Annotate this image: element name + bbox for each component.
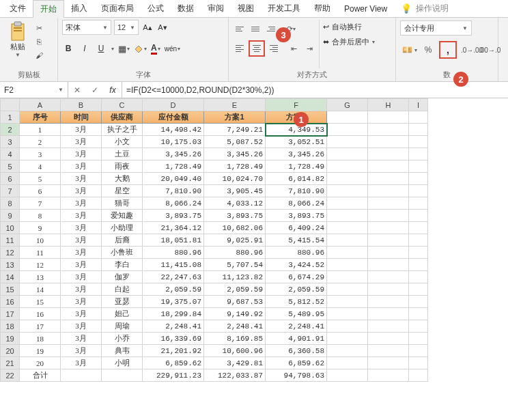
cell[interactable]: 5 — [20, 173, 61, 185]
cell[interactable]: 周瑜 — [102, 320, 143, 333]
row-header-11[interactable]: 11 — [1, 234, 20, 247]
cell[interactable]: 6,859.62 — [266, 357, 327, 369]
font-size-combo[interactable]: 12▼ — [114, 20, 139, 35]
increase-font-button[interactable]: A▴ — [141, 23, 154, 32]
fill-color-button[interactable]: ▾ — [134, 44, 147, 53]
row-header-15[interactable]: 15 — [1, 283, 20, 296]
cell[interactable]: 1,728.49 — [204, 160, 266, 173]
cell[interactable]: 3,905.45 — [204, 185, 266, 197]
tab-home[interactable]: 开始 — [33, 0, 64, 18]
tab-formulas[interactable]: 公式 — [141, 0, 171, 17]
format-painter-button[interactable]: 🖌 — [33, 50, 44, 61]
cell[interactable]: 3月 — [61, 210, 102, 222]
cell[interactable]: 16,339.69 — [143, 333, 204, 345]
cell[interactable]: 16 — [20, 308, 61, 320]
row-header-12[interactable]: 12 — [1, 247, 20, 259]
tab-view[interactable]: 视图 — [231, 0, 261, 17]
increase-decimal-button[interactable]: .0→.00 — [461, 46, 475, 54]
cell[interactable]: 880.96 — [266, 247, 327, 259]
cell[interactable]: 星空 — [102, 185, 143, 197]
cell[interactable]: 5,489.95 — [266, 308, 327, 320]
cell[interactable]: 猫哥 — [102, 197, 143, 210]
cell[interactable]: 6 — [20, 185, 61, 197]
cell[interactable]: 10,175.03 — [143, 136, 204, 148]
cell[interactable]: 2,248.41 — [266, 320, 327, 333]
col-header-I[interactable]: I — [409, 99, 428, 111]
cell[interactable]: 7,249.21 — [204, 124, 266, 136]
cell[interactable]: 122,033.87 — [204, 369, 266, 382]
cell[interactable]: 李白 — [102, 259, 143, 271]
underline-button[interactable]: U — [95, 42, 107, 55]
cell[interactable]: 4,033.12 — [204, 197, 266, 210]
cell[interactable]: 4,901.91 — [266, 333, 327, 345]
cell[interactable]: 3月 — [61, 320, 102, 333]
cell[interactable]: 大鹅 — [102, 173, 143, 185]
select-all[interactable] — [1, 99, 20, 111]
border-button[interactable]: ▦▾ — [118, 44, 130, 54]
col-header-E[interactable]: E — [204, 99, 266, 111]
cell[interactable]: 18,299.84 — [143, 308, 204, 320]
cell[interactable]: 6,360.58 — [266, 345, 327, 357]
cell[interactable]: 3月 — [61, 234, 102, 247]
cell[interactable]: 3,345.26 — [143, 148, 204, 160]
phonetic-button[interactable]: wén▾ — [165, 45, 180, 53]
cell[interactable]: 爱知趣 — [102, 210, 143, 222]
tab-insert[interactable]: 插入 — [64, 0, 94, 17]
cell[interactable]: 13 — [20, 271, 61, 283]
tab-help[interactable]: 帮助 — [307, 0, 337, 17]
cell[interactable]: 小助理 — [102, 222, 143, 234]
formula-input[interactable]: =IF(D2<=10000,D2,ROUND(D2*30%,2)) — [122, 82, 508, 98]
underline-caret[interactable]: ▾ — [111, 46, 114, 52]
cell[interactable]: 2,059.59 — [204, 283, 266, 296]
cell[interactable]: 11 — [20, 247, 61, 259]
cell[interactable]: 6,859.62 — [143, 357, 204, 369]
cell[interactable]: 1 — [20, 124, 61, 136]
cell[interactable]: 3月 — [61, 124, 102, 136]
italic-button[interactable]: I — [79, 42, 91, 55]
cell[interactable]: 3,345.26 — [266, 148, 327, 160]
cell[interactable]: 3月 — [61, 308, 102, 320]
cell[interactable]: 5,707.54 — [204, 259, 266, 271]
name-box[interactable]: F2▼ — [0, 82, 68, 98]
align-left-button[interactable] — [233, 42, 246, 55]
cell[interactable]: 2,059.59 — [143, 283, 204, 296]
row-header-3[interactable]: 3 — [1, 136, 20, 148]
cell[interactable]: 3月 — [61, 185, 102, 197]
cell[interactable]: 18,051.81 — [143, 234, 204, 247]
row-header-19[interactable]: 19 — [1, 333, 20, 345]
tab-data[interactable]: 数据 — [171, 0, 201, 17]
increase-indent-button[interactable]: ⇥ — [302, 42, 316, 55]
cell[interactable]: 3月 — [61, 136, 102, 148]
cell[interactable]: 21,201.92 — [143, 345, 204, 357]
tab-review[interactable]: 审阅 — [201, 0, 231, 17]
cell[interactable]: 19,375.07 — [143, 296, 204, 308]
cell[interactable]: 3,893.75 — [204, 210, 266, 222]
cell[interactable]: 后裔 — [102, 234, 143, 247]
col-header-C[interactable]: C — [102, 99, 143, 111]
row-header-13[interactable]: 13 — [1, 259, 20, 271]
cell[interactable]: 18 — [20, 333, 61, 345]
cell[interactable]: 3月 — [61, 197, 102, 210]
cell[interactable]: 执子之手 — [102, 124, 143, 136]
cell[interactable]: 20 — [20, 357, 61, 369]
cell[interactable]: 3月 — [61, 357, 102, 369]
cell[interactable]: 3,052.51 — [266, 136, 327, 148]
cell[interactable]: 11,415.08 — [143, 259, 204, 271]
cell[interactable]: 14 — [20, 283, 61, 296]
cell[interactable]: 10 — [20, 234, 61, 247]
cell[interactable]: 小乔 — [102, 333, 143, 345]
confirm-formula-button[interactable]: ✓ — [86, 85, 104, 95]
row-header-7[interactable]: 7 — [1, 185, 20, 197]
cell[interactable]: 典韦 — [102, 345, 143, 357]
cell[interactable]: 伽罗 — [102, 271, 143, 283]
bold-button[interactable]: B — [62, 42, 74, 55]
cell[interactable]: 1,728.49 — [143, 160, 204, 173]
align-top-button[interactable] — [233, 22, 246, 36]
cell[interactable]: 8,066.24 — [266, 197, 327, 210]
tab-file[interactable]: 文件 — [3, 0, 33, 17]
cell[interactable]: 11,123.82 — [204, 271, 266, 283]
row-header-16[interactable]: 16 — [1, 296, 20, 308]
cell[interactable]: 3月 — [61, 345, 102, 357]
cell[interactable]: 14,498.42 — [143, 124, 204, 136]
accounting-format-button[interactable]: 💴▾ — [400, 43, 417, 57]
